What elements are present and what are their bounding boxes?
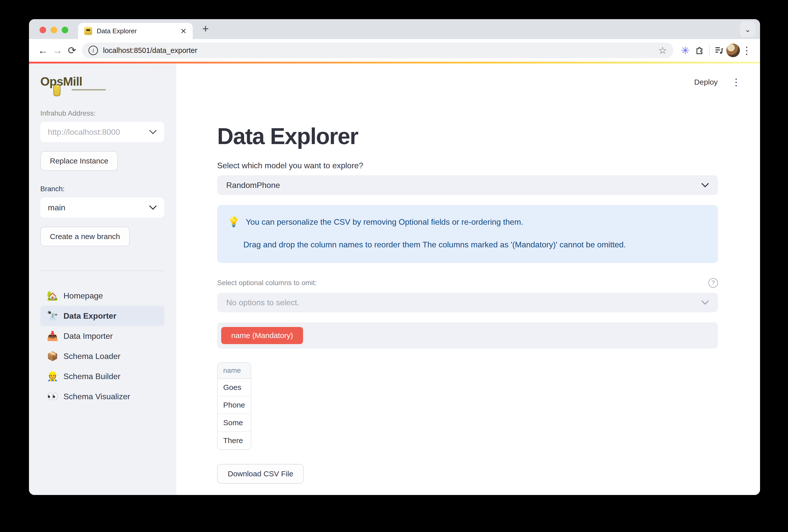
reload-button[interactable]: ⟳ xyxy=(65,43,79,58)
chevron-down-icon xyxy=(701,183,709,188)
replace-instance-button[interactable]: Replace Instance xyxy=(40,151,118,171)
media-controls-icon[interactable] xyxy=(712,45,726,56)
address-bar[interactable]: i localhost:8501/data_exporter ☆ xyxy=(82,43,673,58)
sidebar-item-label: Schema Builder xyxy=(63,372,120,381)
claude-extension-icon[interactable]: ✳ xyxy=(678,44,692,57)
infrahub-address-input[interactable]: http://localhost:8000 xyxy=(40,122,164,142)
close-window-button[interactable] xyxy=(40,27,46,33)
branch-label: Branch: xyxy=(40,185,164,193)
app-menu-icon[interactable]: ⋮ xyxy=(731,77,741,88)
branch-value: main xyxy=(48,203,146,212)
model-select-value: RandomPhone xyxy=(226,181,698,190)
sidebar-item-label: Data Importer xyxy=(63,332,113,341)
deploy-button[interactable]: Deploy xyxy=(694,78,718,86)
main-area: Deploy ⋮ Data Explorer Select which mode… xyxy=(176,63,760,495)
sidebar-item-schema-visualizer[interactable]: 👀 Schema Visualizer xyxy=(40,387,164,407)
table-row: Phone xyxy=(218,396,251,414)
light-bulb-icon: 💡 xyxy=(228,217,240,227)
tab-search-button[interactable]: ⌄ xyxy=(740,21,755,37)
mandatory-column-pill[interactable]: name (Mandatory) xyxy=(221,327,303,344)
branch-select[interactable]: main xyxy=(40,197,164,218)
download-csv-button[interactable]: Download CSV File xyxy=(217,464,304,484)
streamlit-header: Deploy ⋮ xyxy=(694,77,741,88)
model-select-label: Select which model you want to explore? xyxy=(217,161,718,170)
omit-columns-placeholder: No options to select. xyxy=(226,298,698,307)
page-content: Data Explorer Select which model you wan… xyxy=(217,63,718,484)
sidebar-item-schema-builder[interactable]: 👷 Schema Builder xyxy=(40,366,164,387)
omit-columns-multiselect[interactable]: No options to select. xyxy=(217,293,718,312)
streamlit-app: OpsMill Infrahub Address: http://localho… xyxy=(29,63,760,495)
tab-close-icon[interactable]: ✕ xyxy=(180,27,187,36)
omit-label-row: Select optional columns to omit: ? xyxy=(217,278,718,288)
streamlit-decoration-bar xyxy=(29,62,760,63)
browser-toolbar: ← → ⟳ i localhost:8501/data_exporter ☆ ✳ xyxy=(29,39,760,62)
bookmark-star-icon[interactable]: ☆ xyxy=(658,45,667,56)
toolbar-separator xyxy=(709,45,710,56)
table-row: Some xyxy=(218,414,251,432)
house-icon: 🏡 xyxy=(47,291,58,301)
chevron-down-icon xyxy=(149,130,157,134)
chevron-down-icon xyxy=(149,205,157,210)
help-icon[interactable]: ? xyxy=(708,278,718,288)
table-row: Goes xyxy=(218,379,251,396)
sidebar-divider xyxy=(40,271,164,271)
minimize-window-button[interactable] xyxy=(51,27,57,33)
column-order-container: name (Mandatory) xyxy=(217,322,718,349)
forward-button[interactable]: → xyxy=(50,43,65,58)
sidebar: OpsMill Infrahub Address: http://localho… xyxy=(29,63,176,495)
browser-tab[interactable]: Data Explorer ✕ xyxy=(78,23,193,39)
sidebar-item-label: Homepage xyxy=(63,291,103,300)
chevron-down-icon: ⌄ xyxy=(744,25,751,34)
site-info-icon[interactable]: i xyxy=(88,45,98,55)
info-callout: 💡 You can personalize the CSV by removin… xyxy=(217,205,718,263)
extensions-puzzle-icon[interactable] xyxy=(692,45,707,55)
opsmill-favicon xyxy=(84,27,92,35)
eyes-icon: 👀 xyxy=(47,391,58,402)
construction-worker-icon: 👷 xyxy=(47,371,58,381)
infrahub-address-placeholder: http://localhost:8000 xyxy=(48,127,146,137)
browser-window: Data Explorer ✕ + ⌄ ← → ⟳ i localhost:85… xyxy=(29,19,760,495)
chevron-down-icon xyxy=(701,300,709,305)
sidebar-item-schema-loader[interactable]: 📦 Schema Loader xyxy=(40,346,164,366)
sidebar-item-data-importer[interactable]: 📥 Data Importer xyxy=(40,326,164,346)
tab-title: Data Explorer xyxy=(97,27,176,35)
opsmill-tagline xyxy=(72,89,106,91)
desktop-background: Data Explorer ✕ + ⌄ ← → ⟳ i localhost:85… xyxy=(0,0,788,532)
sidebar-item-homepage[interactable]: 🏡 Homepage xyxy=(40,285,164,306)
telescope-icon: 🔭 xyxy=(47,311,58,321)
inbox-tray-icon: 📥 xyxy=(47,331,58,341)
model-select[interactable]: RandomPhone xyxy=(217,175,718,195)
browser-menu-icon[interactable]: ⋮ xyxy=(740,44,753,56)
infrahub-address-label: Infrahub Address: xyxy=(40,109,164,117)
info-text-line1: You can personalize the CSV by removing … xyxy=(245,217,523,227)
table-row: There xyxy=(218,432,251,449)
sidebar-nav: 🏡 Homepage 🔭 Data Exporter 📥 Data Import… xyxy=(40,285,164,407)
url-text[interactable]: localhost:8501/data_exporter xyxy=(103,46,653,55)
macos-traffic-lights xyxy=(40,27,68,33)
omit-columns-label: Select optional columns to omit: xyxy=(217,279,317,287)
opsmill-logo-text: OpsMill xyxy=(40,75,82,88)
sidebar-item-data-exporter[interactable]: 🔭 Data Exporter xyxy=(40,306,164,326)
package-icon: 📦 xyxy=(47,351,58,361)
table-header-name: name xyxy=(218,363,251,379)
create-branch-button[interactable]: Create a new branch xyxy=(40,227,130,247)
sidebar-item-label: Schema Visualizer xyxy=(63,392,130,401)
new-tab-button[interactable]: + xyxy=(202,23,209,34)
profile-avatar[interactable] xyxy=(726,44,740,57)
back-button[interactable]: ← xyxy=(36,43,50,58)
tab-strip: Data Explorer ✕ + ⌄ xyxy=(29,19,760,39)
opsmill-mascot-icon xyxy=(54,85,60,96)
preview-table: name Goes Phone Some There xyxy=(217,362,251,450)
page-title: Data Explorer xyxy=(217,123,718,150)
sidebar-item-label: Schema Loader xyxy=(63,352,120,361)
opsmill-logo: OpsMill xyxy=(40,75,164,102)
sidebar-item-label: Data Exporter xyxy=(63,311,116,321)
maximize-window-button[interactable] xyxy=(62,27,68,33)
info-text-line2: Drag and drop the column names to reorde… xyxy=(243,239,707,250)
